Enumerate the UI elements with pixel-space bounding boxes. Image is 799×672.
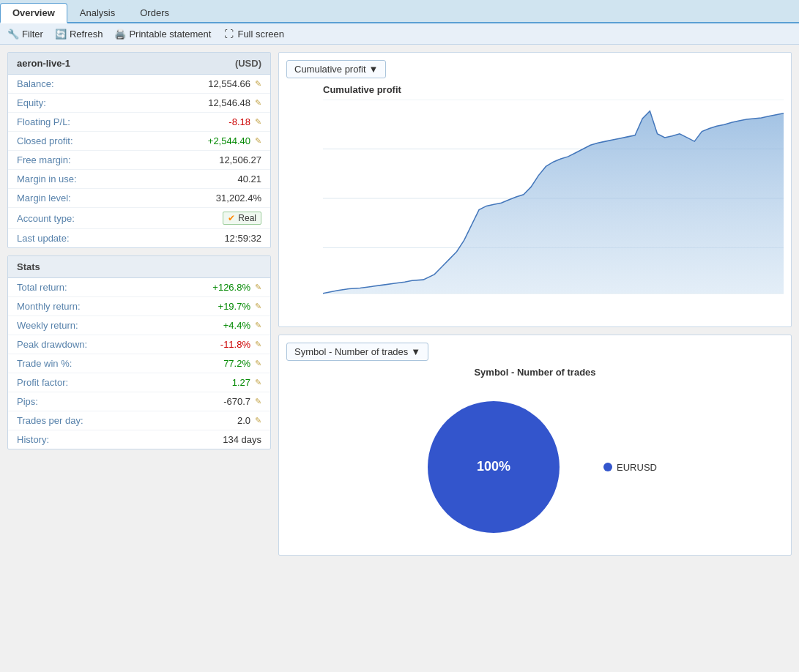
margin-in-use-label: Margin in use: <box>17 173 77 184</box>
account-balance-row: Balance: 12,554.66 ✎ <box>8 75 270 94</box>
account-currency: (USD) <box>235 58 261 69</box>
print-icon: 🖨️ <box>114 28 126 40</box>
balance-value-group: 12,554.66 ✎ <box>208 78 261 89</box>
toolbar: 🔧 Filter 🔄 Refresh 🖨️ Printable statemen… <box>0 23 799 45</box>
peak-drawdown-label: Peak drawdown: <box>17 339 87 350</box>
closed-profit-value: +2,544.40 <box>208 135 250 146</box>
real-badge: ✔ Real <box>223 212 261 225</box>
profit-factor-label: Profit factor: <box>17 377 68 388</box>
pips-value: -670.7 <box>223 396 250 407</box>
peak-drawdown-edit-icon[interactable]: ✎ <box>255 340 261 349</box>
floating-pl-edit-icon[interactable]: ✎ <box>255 117 261 127</box>
pips-edit-icon[interactable]: ✎ <box>255 397 261 406</box>
balance-label: Balance: <box>17 78 54 89</box>
weekly-return-edit-icon[interactable]: ✎ <box>255 321 261 330</box>
cumulative-dropdown[interactable]: Cumulative profit ▼ <box>286 60 386 78</box>
account-panel: aeron-live-1 (USD) Balance: 12,554.66 ✎ … <box>7 52 271 248</box>
tab-analysis[interactable]: Analysis <box>67 3 127 22</box>
pips-label: Pips: <box>17 396 38 407</box>
free-margin-value: 12,506.27 <box>219 154 261 165</box>
chevron-down-icon: ▼ <box>369 64 379 75</box>
margin-level-value: 31,202.4% <box>216 193 261 204</box>
monthly-return-row: Monthly return: +19.7% ✎ <box>8 297 270 316</box>
history-value: 134 days <box>223 434 261 445</box>
trades-per-day-value: 2.0 <box>237 415 250 426</box>
trades-per-day-edit-icon[interactable]: ✎ <box>255 416 261 425</box>
free-margin-label: Free margin: <box>17 154 71 165</box>
filter-button[interactable]: 🔧 Filter <box>7 28 43 40</box>
floating-pl-value: -8.18 <box>228 116 250 127</box>
refresh-button[interactable]: 🔄 Refresh <box>55 28 103 40</box>
account-name: aeron-live-1 <box>17 58 70 69</box>
symbol-chart-panel: Symbol - Number of trades ▼ Symbol - Num… <box>278 335 792 556</box>
left-column: aeron-live-1 (USD) Balance: 12,554.66 ✎ … <box>7 52 271 556</box>
pie-chart-svg: 100% <box>413 387 574 548</box>
refresh-icon: 🔄 <box>55 28 67 40</box>
weekly-return-label: Weekly return: <box>17 320 78 331</box>
legend-dot-eurusd <box>603 463 612 471</box>
closed-profit-edit-icon[interactable]: ✎ <box>255 136 261 146</box>
history-label: History: <box>17 434 49 445</box>
last-update-label: Last update: <box>17 233 70 244</box>
profit-factor-row: Profit factor: 1.27 ✎ <box>8 373 270 392</box>
total-return-value: +126.8% <box>212 282 250 293</box>
total-return-label: Total return: <box>17 282 67 293</box>
monthly-return-label: Monthly return: <box>17 301 81 312</box>
equity-row: Equity: 12,546.48 ✎ <box>8 94 270 113</box>
peak-drawdown-value: -11.8% <box>220 339 250 350</box>
equity-edit-icon[interactable]: ✎ <box>255 98 261 108</box>
filter-icon: 🔧 <box>7 28 19 40</box>
trades-per-day-row: Trades per day: 2.0 ✎ <box>8 411 270 430</box>
equity-label: Equity: <box>17 97 46 108</box>
account-type-label: Account type: <box>17 213 75 224</box>
fullscreen-icon: ⛶ <box>223 28 234 40</box>
monthly-return-value: +19.7% <box>218 301 250 312</box>
print-button[interactable]: 🖨️ Printable statement <box>114 28 211 40</box>
monthly-return-edit-icon[interactable]: ✎ <box>255 302 261 311</box>
check-icon: ✔ <box>228 213 235 223</box>
cumulative-chart-svg: 3,000 2,000 1,000 0 <box>323 100 784 297</box>
closed-profit-row: Closed profit: +2,544.40 ✎ <box>8 132 270 151</box>
closed-profit-label: Closed profit: <box>17 135 73 146</box>
profit-factor-edit-icon[interactable]: ✎ <box>255 378 261 387</box>
pie-container: 100% EURUSD <box>286 387 784 548</box>
equity-value: 12,546.48 <box>208 97 250 108</box>
margin-level-row: Margin level: 31,202.4% <box>8 189 270 208</box>
weekly-return-value: +4.4% <box>223 320 250 331</box>
trade-win-label: Trade win %: <box>17 358 72 369</box>
free-margin-row: Free margin: 12,506.27 <box>8 151 270 170</box>
trades-per-day-label: Trades per day: <box>17 415 83 426</box>
account-header: aeron-live-1 (USD) <box>8 53 270 75</box>
account-type-value: Real <box>238 213 256 223</box>
cumulative-chart-panel: Cumulative profit ▼ Cumulative profit 3,… <box>278 52 792 327</box>
floating-pl-row: Floating P/L: -8.18 ✎ <box>8 113 270 132</box>
profit-factor-value: 1.27 <box>232 377 250 388</box>
peak-drawdown-row: Peak drawdown: -11.8% ✎ <box>8 335 270 354</box>
floating-pl-label: Floating P/L: <box>17 116 70 127</box>
right-column: Cumulative profit ▼ Cumulative profit 3,… <box>278 52 792 556</box>
pips-row: Pips: -670.7 ✎ <box>8 392 270 411</box>
trade-win-edit-icon[interactable]: ✎ <box>255 359 261 368</box>
total-return-edit-icon[interactable]: ✎ <box>255 283 261 292</box>
symbol-chart-title: Symbol - Number of trades <box>286 367 784 378</box>
weekly-return-row: Weekly return: +4.4% ✎ <box>8 316 270 335</box>
account-type-row: Account type: ✔ Real <box>8 208 270 229</box>
last-update-row: Last update: 12:59:32 <box>8 229 270 247</box>
balance-value: 12,554.66 <box>208 78 250 89</box>
tabs-bar: Overview Analysis Orders <box>0 0 799 23</box>
last-update-value: 12:59:32 <box>224 233 261 244</box>
main-content: aeron-live-1 (USD) Balance: 12,554.66 ✎ … <box>0 45 799 563</box>
fullscreen-button[interactable]: ⛶ Full screen <box>223 28 284 40</box>
tab-orders[interactable]: Orders <box>127 3 182 22</box>
margin-in-use-row: Margin in use: 40.21 <box>8 170 270 189</box>
stats-header: Stats <box>8 256 270 278</box>
trade-win-value: 77.2% <box>223 358 250 369</box>
trade-win-row: Trade win %: 77.2% ✎ <box>8 354 270 373</box>
symbol-dropdown[interactable]: Symbol - Number of trades ▼ <box>286 343 428 361</box>
margin-level-label: Margin level: <box>17 193 71 204</box>
history-row: History: 134 days <box>8 430 270 449</box>
cumulative-chart-title: Cumulative profit <box>323 84 784 95</box>
total-return-row: Total return: +126.8% ✎ <box>8 278 270 297</box>
balance-edit-icon[interactable]: ✎ <box>255 79 261 89</box>
tab-overview[interactable]: Overview <box>0 3 67 23</box>
